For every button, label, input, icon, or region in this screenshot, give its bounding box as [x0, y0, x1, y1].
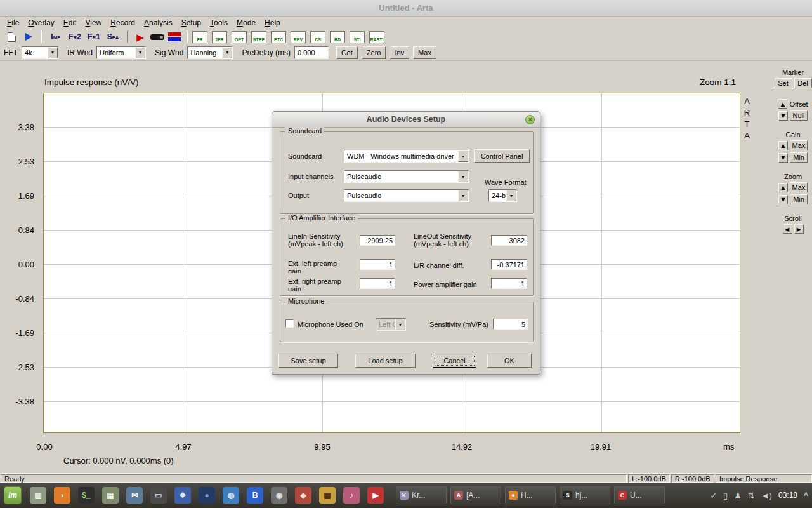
- taskbar-window-button[interactable]: C U...: [614, 486, 665, 504]
- gain-min-button[interactable]: Min: [790, 152, 808, 163]
- clock[interactable]: 03:18: [778, 491, 797, 500]
- analysis-mini-icon[interactable]: REV: [291, 31, 306, 43]
- inv-button[interactable]: Inv: [390, 46, 409, 59]
- analysis-mini-icon[interactable]: OPT: [232, 31, 247, 43]
- taskbar-window-button[interactable]: A [A...: [450, 486, 501, 504]
- menu-item[interactable]: View: [81, 17, 106, 29]
- analysis-mini-icon[interactable]: FR: [192, 31, 207, 43]
- record-play-button[interactable]: ▶: [133, 30, 148, 44]
- tray-icon[interactable]: ✓: [710, 491, 717, 500]
- mode-button[interactable]: Fr2: [65, 30, 84, 44]
- marker-del-button[interactable]: Del: [794, 78, 812, 88]
- analysis-mini-icon[interactable]: STEP: [251, 31, 266, 43]
- analysis-mini-icon[interactable]: BD: [330, 31, 345, 43]
- max-button[interactable]: Max: [413, 46, 436, 59]
- fft-select[interactable]: 4k ▼: [22, 46, 58, 59]
- gain-up-button[interactable]: ▲: [778, 141, 788, 150]
- linein-sensitivity-input[interactable]: 2909.25: [360, 235, 395, 246]
- power-amplifier-gain-input[interactable]: 1: [491, 278, 527, 289]
- app-launcher-icon[interactable]: ▭: [150, 487, 167, 504]
- tray-icon[interactable]: ◄): [761, 491, 772, 500]
- app-launcher-icon[interactable]: ▤: [102, 487, 119, 504]
- ext-left-preamp-input[interactable]: 1: [360, 259, 395, 270]
- menu-item[interactable]: Setup: [177, 17, 206, 29]
- window-titlebar[interactable]: Untitled - Arta: [0, 0, 812, 17]
- save-setup-button[interactable]: Save setup: [278, 354, 338, 368]
- app-launcher-icon[interactable]: ❖: [174, 487, 191, 504]
- lineout-sensitivity-input[interactable]: 3082: [491, 235, 527, 246]
- ext-right-preamp-input[interactable]: 1: [360, 278, 395, 289]
- lr-channel-diff-input[interactable]: -0.37171: [491, 259, 527, 270]
- offset-down-button[interactable]: ▼: [778, 111, 788, 121]
- dialog-titlebar[interactable]: Audio Devices Setup ✕: [272, 112, 540, 128]
- menu-item[interactable]: Edit: [59, 17, 81, 29]
- gain-down-button[interactable]: ▼: [778, 153, 788, 163]
- new-document-button[interactable]: [4, 30, 19, 44]
- menu-item[interactable]: Help: [260, 17, 285, 29]
- sig-wnd-select[interactable]: Hanning ▼: [187, 46, 233, 59]
- taskbar-window-button[interactable]: $ hj...: [560, 486, 610, 504]
- analysis-mini-icon[interactable]: 2FR: [212, 31, 227, 43]
- app-launcher-icon[interactable]: ♪: [343, 487, 360, 504]
- zoom-down-button[interactable]: ▼: [778, 195, 788, 204]
- app-launcher-icon[interactable]: ◆: [295, 487, 311, 504]
- offset-null-button[interactable]: Null: [790, 110, 808, 121]
- scroll-left-button[interactable]: ◄: [783, 224, 792, 234]
- app-launcher-icon[interactable]: ◍: [223, 487, 239, 504]
- analysis-mini-icon[interactable]: STI: [350, 31, 365, 43]
- offset-up-button[interactable]: ▲: [778, 99, 787, 109]
- mint-menu-button[interactable]: lm: [4, 486, 22, 504]
- taskbar-window-button[interactable]: ● H...: [505, 486, 556, 504]
- mode-button[interactable]: Spa: [103, 30, 122, 44]
- app-launcher-icon[interactable]: B: [247, 487, 263, 504]
- tray-icon[interactable]: ♟: [734, 491, 742, 500]
- menu-item[interactable]: Tools: [206, 17, 232, 29]
- microphone-used-checkbox[interactable]: [285, 319, 294, 328]
- tray-icon[interactable]: ▯: [723, 491, 728, 500]
- app-launcher-icon[interactable]: ●: [199, 487, 215, 504]
- sensitivity-input[interactable]: 5: [493, 319, 528, 330]
- menu-item[interactable]: Analysis: [140, 17, 177, 29]
- overlay-button[interactable]: [21, 30, 36, 44]
- input-channels-select[interactable]: Pulseaudio ▼: [344, 170, 469, 183]
- cancel-button[interactable]: Cancel: [433, 354, 476, 368]
- app-launcher-icon[interactable]: ▥: [30, 487, 46, 504]
- control-panel-button[interactable]: Control Panel: [474, 149, 530, 163]
- app-launcher-icon[interactable]: ◗: [54, 487, 70, 504]
- tray-icon[interactable]: ⇅: [748, 491, 755, 500]
- app-launcher-icon[interactable]: ▶: [367, 487, 384, 504]
- level-meter-button[interactable]: [167, 30, 182, 44]
- soundcard-select[interactable]: WDM - Windows multimedia driver ▼: [344, 150, 469, 163]
- menu-item[interactable]: Overlay: [23, 17, 58, 29]
- zero-button[interactable]: Zero: [362, 46, 386, 59]
- generator-button[interactable]: [150, 30, 165, 44]
- analysis-mini-icon[interactable]: RASTI: [369, 31, 384, 43]
- menu-item[interactable]: Mode: [232, 17, 260, 29]
- app-launcher-icon[interactable]: ✉: [126, 487, 143, 504]
- mode-button[interactable]: Imp: [46, 30, 65, 44]
- zoom-min-button[interactable]: Min: [790, 194, 808, 204]
- wave-format-select[interactable]: 24-bit ▼: [488, 189, 517, 202]
- get-button[interactable]: Get: [336, 46, 358, 59]
- zoom-max-button[interactable]: Max: [790, 182, 808, 192]
- zoom-up-button[interactable]: ▲: [778, 183, 788, 192]
- load-setup-button[interactable]: Load setup: [355, 354, 416, 368]
- analysis-mini-icon[interactable]: CS: [310, 31, 325, 43]
- predelay-input[interactable]: 0.000: [294, 46, 329, 59]
- ir-wnd-select[interactable]: Uniform ▼: [96, 46, 146, 59]
- app-launcher-icon[interactable]: ◉: [271, 487, 287, 504]
- ok-button[interactable]: OK: [487, 354, 532, 368]
- menu-item[interactable]: Record: [106, 17, 140, 29]
- scroll-right-button[interactable]: ►: [794, 224, 804, 234]
- mode-button[interactable]: Fr1: [84, 30, 103, 44]
- tray-expand-chevron[interactable]: ^: [804, 491, 808, 500]
- menu-item[interactable]: File: [3, 17, 23, 29]
- taskbar-window-button[interactable]: K Kr...: [396, 486, 447, 504]
- marker-set-button[interactable]: Set: [775, 78, 792, 88]
- gain-max-button[interactable]: Max: [790, 140, 808, 150]
- output-select[interactable]: Pulseaudio ▼: [344, 189, 469, 202]
- close-icon[interactable]: ✕: [525, 115, 535, 124]
- analysis-mini-icon[interactable]: ETC: [271, 31, 286, 43]
- app-launcher-icon[interactable]: ▦: [319, 487, 336, 504]
- app-launcher-icon[interactable]: $_: [78, 487, 95, 504]
